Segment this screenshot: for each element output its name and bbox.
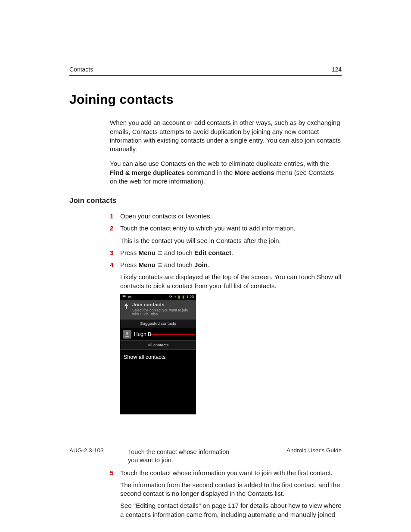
- steps-list: 1 Open your contacts or favorites. 2 Tou…: [110, 212, 342, 519]
- sync-icon: ⟳: [169, 295, 173, 299]
- step-number: 5: [110, 469, 113, 477]
- text: Press: [120, 249, 139, 256]
- page-title: Joining contacts: [69, 91, 342, 109]
- intro-paragraph-1: When you add an account or add contacts …: [110, 118, 342, 153]
- menu-icon: [157, 261, 162, 266]
- text: .: [208, 261, 209, 268]
- edit-contact-label: Edit contact: [194, 249, 231, 256]
- avatar-icon: [123, 330, 131, 339]
- menu-icon: [157, 249, 162, 254]
- intro-text: You can also use Contacts on the web to …: [110, 160, 329, 167]
- page-footer: AUG-2.3-103 Android User's Guide: [69, 447, 342, 454]
- intro-text: command in the: [185, 169, 234, 176]
- phone-illustration-wrap: ☰ ▭ ⟳ ▪ ▮ ▮ 1:23 Join contacts: [120, 294, 342, 464]
- step-number: 4: [110, 261, 113, 269]
- step-5: 5 Touch the contact whose information yo…: [110, 469, 342, 519]
- menu-label: Menu: [139, 249, 156, 256]
- step-subtext: This is the contact you will see in Cont…: [120, 236, 342, 245]
- step-text: Press Menu and touch Join.: [120, 261, 209, 268]
- callout-line-segment: [120, 456, 128, 456]
- step-1: 1 Open your contacts or favorites.: [110, 212, 342, 221]
- suggested-header: Suggested contacts: [120, 319, 196, 328]
- find-merge-label: Find & merge duplicates: [110, 169, 185, 176]
- status-bar: ☰ ▭ ⟳ ▪ ▮ ▮ 1:23: [120, 294, 196, 300]
- join-arrow-icon: [123, 303, 130, 310]
- battery-icon: ▮: [182, 295, 184, 299]
- card-icon: ▭: [128, 295, 132, 299]
- step-3: 3 Press Menu and touch Edit contact.: [110, 249, 342, 257]
- phone-title: Join contacts: [132, 302, 193, 308]
- gps-icon: ▪: [175, 295, 176, 299]
- show-all-contacts-row[interactable]: Show all contacts: [120, 350, 196, 365]
- menu-label: Menu: [139, 261, 156, 268]
- contact-row[interactable]: Hugh B: [120, 328, 196, 341]
- step-number: 1: [110, 212, 113, 221]
- contact-name: Hugh B: [134, 331, 151, 338]
- clock: 1:23: [186, 295, 194, 299]
- step-2: 2 Touch the contact entry to which you w…: [110, 224, 342, 245]
- text: .: [231, 249, 233, 256]
- step-text: Touch the contact entry to which you wan…: [120, 224, 296, 232]
- android-icon: ☰: [122, 295, 126, 299]
- step-text: Press Menu and touch Edit contact.: [120, 249, 233, 256]
- svg-point-6: [126, 332, 128, 335]
- step-text: Open your contacts or favorites.: [120, 212, 212, 220]
- join-label: Join: [194, 261, 208, 268]
- phone-subtitle: Select the contact you want to join with…: [132, 308, 193, 317]
- all-contacts-header: All contacts: [120, 341, 196, 350]
- phone-title-band: Join contacts Select the contact you wan…: [120, 300, 196, 319]
- footer-left: AUG-2.3-103: [69, 447, 104, 454]
- more-actions-label: More actions: [234, 169, 274, 176]
- signal-icon: ▮: [178, 295, 180, 299]
- subsection-title: Join contacts: [69, 196, 342, 206]
- step-number: 2: [110, 224, 113, 233]
- step-number: 3: [110, 249, 113, 257]
- header-page-number: 124: [332, 65, 342, 74]
- footer-right: Android User's Guide: [286, 447, 342, 454]
- page-header: Contacts 124: [69, 65, 342, 76]
- text: Press: [120, 261, 139, 268]
- intro-paragraph-2: You can also use Contacts on the web to …: [110, 159, 342, 186]
- status-left: ☰ ▭: [122, 294, 132, 299]
- callout-connector: [151, 334, 196, 335]
- step-subtext: See "Editing contact details" on page 11…: [120, 501, 342, 519]
- status-right: ⟳ ▪ ▮ ▮ 1:23: [169, 294, 194, 299]
- step-subtext: Likely contacts are displayed at the top…: [120, 273, 342, 290]
- step-4: 4 Press Menu and touch Join. Likely cont…: [110, 261, 342, 464]
- phone-screenshot: ☰ ▭ ⟳ ▪ ▮ ▮ 1:23 Join contacts: [120, 294, 196, 414]
- intro-block: When you add an account or add contacts …: [110, 118, 342, 186]
- text: and touch: [164, 249, 194, 256]
- text: and touch: [164, 261, 194, 268]
- step-text: Touch the contact whose information you …: [120, 469, 333, 476]
- step-subtext: The information from the second contact …: [120, 481, 342, 498]
- header-section: Contacts: [69, 65, 93, 74]
